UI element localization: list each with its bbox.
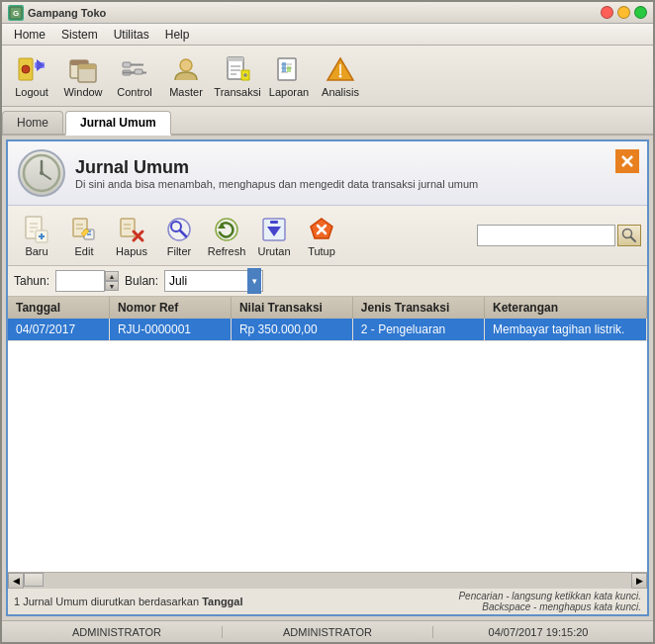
refresh-icon (211, 214, 242, 245)
edit-button[interactable]: Edit (61, 210, 107, 261)
horizontal-scrollbar[interactable]: ◀ ▶ (8, 572, 647, 588)
urutan-icon (258, 214, 290, 245)
menu-help[interactable]: Help (157, 26, 198, 44)
svg-rect-32 (287, 66, 291, 72)
edit-icon (68, 214, 100, 245)
search-area (477, 225, 641, 246)
svg-rect-56 (121, 219, 135, 236)
bottom-datetime: 04/07/2017 19:15:20 (433, 626, 643, 638)
bottom-user2: ADMINISTRATOR (223, 626, 433, 638)
edit-label: Edit (75, 245, 94, 257)
status-count-bold: Tanggal (202, 596, 242, 607)
bottom-user1: ADMINISTRATOR (12, 626, 223, 638)
toolbar-window-label: Window (63, 86, 102, 98)
status-count-text: 1 Jurnal Umum diurutkan berdasarkan Tang… (14, 596, 243, 607)
toolbar-analisis-button[interactable]: Analisis (317, 49, 364, 102)
month-select[interactable]: Januari Februari Maret April Mei Juni Ju… (164, 270, 263, 292)
filter-label: Filter (167, 245, 191, 257)
control-icon (119, 53, 150, 85)
baru-button[interactable]: Baru (14, 210, 59, 261)
svg-point-18 (180, 59, 192, 71)
svg-point-35 (339, 75, 342, 78)
tab-home[interactable]: Home (2, 111, 63, 134)
minimize-window-button[interactable] (617, 6, 630, 19)
action-toolbar: Baru Edit (8, 206, 647, 266)
svg-point-39 (40, 171, 44, 175)
window-icon (67, 53, 99, 85)
toolbar-analisis-label: Analisis (322, 86, 359, 98)
filter-icon (163, 214, 195, 245)
table-row[interactable]: 04/07/2017 RJU-0000001 Rp 350.000,00 2 -… (8, 319, 647, 341)
baru-icon (21, 214, 52, 245)
menu-bar: Home Sistem Utilitas Help (2, 24, 653, 46)
svg-text:G: G (13, 9, 19, 18)
tutup-button[interactable]: Tutup (299, 210, 344, 261)
status-hint: Pencarian - langsung ketikkan kata kunci… (458, 591, 641, 612)
search-button[interactable] (617, 225, 641, 246)
col-tanggal: Tanggal (8, 297, 109, 319)
search-input[interactable] (477, 225, 615, 246)
svg-point-3 (22, 65, 30, 73)
urutan-button[interactable]: Urutan (251, 210, 297, 261)
data-table: Tanggal Nomor Ref Nilai Transaksi Jenis … (8, 297, 647, 341)
page-title: Jurnal Umum (75, 157, 478, 178)
page-header-info: Jurnal Umum Di sini anda bisa menambah, … (75, 157, 478, 190)
filter-button[interactable]: Filter (156, 210, 202, 261)
month-wrapper: Januari Februari Maret April Mei Juni Ju… (164, 270, 263, 292)
col-jenis-transaksi: Jenis Transaksi (352, 297, 484, 319)
cell-nomor-ref: RJU-0000001 (109, 319, 231, 341)
year-down-button[interactable]: ▼ (105, 281, 119, 291)
toolbar-laporan-button[interactable]: Laporan (265, 49, 313, 102)
toolbar-master-button[interactable]: Master (162, 49, 210, 102)
window-controls (601, 6, 647, 19)
refresh-button[interactable]: Refresh (204, 210, 249, 261)
urutan-label: Urutan (257, 245, 290, 257)
toolbar-laporan-label: Laporan (269, 86, 309, 98)
master-icon (170, 53, 202, 85)
svg-rect-68 (270, 221, 278, 224)
tab-bar: Home Jurnal Umum (2, 107, 653, 136)
svg-rect-20 (228, 57, 243, 61)
scroll-left-button[interactable]: ◀ (8, 573, 24, 589)
main-toolbar: Logout Window (2, 46, 653, 107)
year-up-button[interactable]: ▲ (105, 271, 119, 281)
cell-keterangan: Membayar tagihan listrik. (485, 319, 647, 341)
cell-tanggal: 04/07/2017 (8, 319, 109, 341)
hint-line2: Backspace - menghapus kata kunci. (458, 601, 641, 612)
svg-rect-10 (123, 62, 131, 67)
toolbar-logout-button[interactable]: Logout (8, 49, 55, 102)
bottom-bar: ADMINISTRATOR ADMINISTRATOR 04/07/2017 1… (2, 620, 653, 642)
close-window-button[interactable] (601, 6, 613, 19)
svg-rect-15 (135, 69, 142, 74)
page-subtitle: Di sini anda bisa menambah, menghapus da… (75, 178, 478, 190)
app-window: G Gampang Toko Home Sistem Utilitas Help (0, 0, 655, 644)
app-title: Gampang Toko (28, 7, 601, 19)
toolbar-control-button[interactable]: Control (111, 49, 158, 102)
transaksi-icon (222, 53, 253, 85)
year-input[interactable]: 2017 (55, 270, 105, 292)
toolbar-logout-label: Logout (15, 86, 48, 98)
table-wrapper[interactable]: Tanggal Nomor Ref Nilai Transaksi Jenis … (8, 297, 647, 572)
scroll-track[interactable] (24, 573, 631, 589)
baru-label: Baru (25, 245, 47, 257)
menu-utilitas[interactable]: Utilitas (106, 26, 157, 44)
page-close-button[interactable] (615, 149, 639, 173)
scroll-thumb[interactable] (24, 573, 44, 587)
page-header-icon (18, 149, 65, 197)
svg-marker-5 (37, 59, 45, 71)
scroll-right-button[interactable]: ▶ (631, 573, 647, 589)
app-icon: G (8, 5, 24, 21)
hapus-icon (116, 214, 147, 245)
maximize-window-button[interactable] (634, 6, 647, 19)
tab-jurnal-umum[interactable]: Jurnal Umum (65, 111, 171, 136)
toolbar-transaksi-button[interactable]: Transaksi (214, 49, 261, 102)
cell-nilai-transaksi: Rp 350.000,00 (231, 319, 352, 341)
col-nomor-ref: Nomor Ref (109, 297, 231, 319)
menu-home[interactable]: Home (6, 26, 53, 44)
svg-rect-9 (78, 64, 96, 69)
hapus-button[interactable]: Hapus (109, 210, 154, 261)
tutup-icon (306, 214, 337, 245)
laporan-icon (273, 53, 305, 85)
menu-sistem[interactable]: Sistem (53, 26, 106, 44)
toolbar-window-button[interactable]: Window (59, 49, 107, 102)
